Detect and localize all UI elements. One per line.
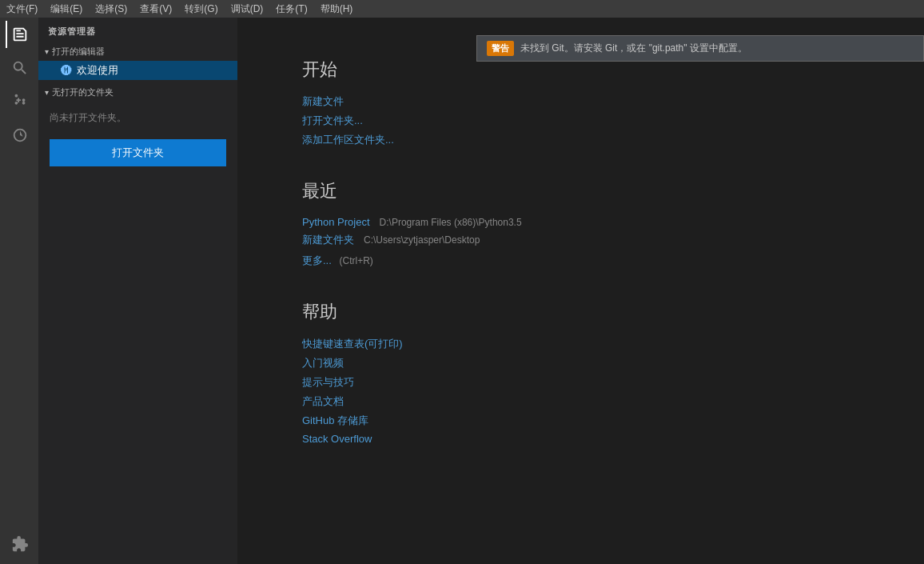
sidebar-header: 资源管理器: [38, 18, 237, 42]
start-section: 开始 新建文件 打开文件夹... 添加工作区文件夹...: [302, 58, 876, 147]
sidebar: 资源管理器 ▾ 打开的编辑器 🅜 欢迎使用 ▾ 无打开的文件夹 尚未打开文件夹。…: [38, 18, 238, 564]
github-link[interactable]: GitHub 存储库: [302, 414, 876, 428]
recent-item-1: 新建文件夹 C:\Users\zytjasper\Desktop: [302, 233, 876, 247]
chevron-no-folder: ▾: [45, 88, 49, 97]
recent-path-0: D:\Program Files (x86)\Python3.5: [380, 217, 522, 228]
menu-tasks[interactable]: 任务(T): [276, 2, 307, 16]
section-no-folder[interactable]: ▾ 无打开的文件夹: [38, 83, 237, 102]
no-folder-message: 尚未打开文件夹。: [38, 102, 237, 134]
activity-git-icon[interactable]: [6, 88, 33, 115]
recent-path-1: C:\Users\zytjasper\Desktop: [364, 234, 480, 246]
menu-debug[interactable]: 调试(D): [231, 2, 264, 16]
notification-bar: 警告 未找到 Git。请安装 Git，或在 "git.path" 设置中配置。: [476, 35, 924, 62]
menu-goto[interactable]: 转到(G): [185, 2, 217, 16]
welcome-tab[interactable]: 🅜 欢迎使用: [38, 61, 237, 80]
title-bar: 文件(F) 编辑(E) 选择(S) 查看(V) 转到(G) 调试(D) 任务(T…: [0, 0, 924, 18]
menu-select[interactable]: 选择(S): [95, 2, 127, 16]
activity-bar: [0, 18, 38, 564]
section-open-editors[interactable]: ▾ 打开的编辑器: [38, 42, 237, 61]
menu-file[interactable]: 文件(F): [6, 2, 38, 16]
add-workspace-link[interactable]: 添加工作区文件夹...: [302, 133, 876, 147]
section-no-folder-label: 无打开的文件夹: [52, 86, 114, 98]
chevron-open-editors: ▾: [45, 47, 49, 56]
notification-text: 未找到 Git。请安装 Git，或在 "git.path" 设置中配置。: [520, 42, 747, 55]
help-section: 帮助 快捷键速查表(可打印) 入门视频 提示与技巧 产品文档 GitHub 存储…: [302, 300, 876, 445]
menu-view[interactable]: 查看(V): [140, 2, 172, 16]
docs-link[interactable]: 产品文档: [302, 394, 876, 409]
vscode-logo-icon: 🅜: [61, 64, 72, 77]
recent-name-1[interactable]: 新建文件夹: [302, 233, 354, 247]
shortcuts-link[interactable]: 快捷键速查表(可打印): [302, 337, 876, 351]
more-shortcut: (Ctrl+R): [339, 255, 372, 266]
open-folder-button[interactable]: 打开文件夹: [50, 139, 226, 166]
recent-section: 最近 Python Project D:\Program Files (x86)…: [302, 179, 876, 268]
new-file-link[interactable]: 新建文件: [302, 94, 876, 109]
recent-heading: 最近: [302, 179, 876, 203]
main-content: 开始 新建文件 打开文件夹... 添加工作区文件夹... 最近 Python P…: [238, 18, 924, 493]
activity-search-icon[interactable]: [6, 54, 33, 82]
warning-badge: 警告: [487, 41, 514, 56]
app-body: 资源管理器 ▾ 打开的编辑器 🅜 欢迎使用 ▾ 无打开的文件夹 尚未打开文件夹。…: [0, 18, 924, 564]
welcome-tab-label: 欢迎使用: [77, 63, 118, 78]
help-heading: 帮助: [302, 300, 876, 324]
menu-help[interactable]: 帮助(H): [321, 2, 353, 16]
stackoverflow-link[interactable]: Stack Overflow: [302, 433, 876, 445]
recent-name-0[interactable]: Python Project: [302, 216, 370, 228]
more-link[interactable]: 更多...: [302, 254, 332, 266]
tips-link[interactable]: 提示与技巧: [302, 375, 876, 390]
section-open-editors-label: 打开的编辑器: [52, 46, 105, 58]
activity-extensions-icon[interactable]: [6, 530, 33, 558]
recent-item-0: Python Project D:\Program Files (x86)\Py…: [302, 216, 876, 228]
activity-debug-icon[interactable]: [6, 122, 33, 149]
menu-edit[interactable]: 编辑(E): [50, 2, 82, 16]
intro-videos-link[interactable]: 入门视频: [302, 356, 876, 370]
open-folder-link[interactable]: 打开文件夹...: [302, 114, 876, 128]
activity-files-icon[interactable]: [6, 21, 33, 48]
